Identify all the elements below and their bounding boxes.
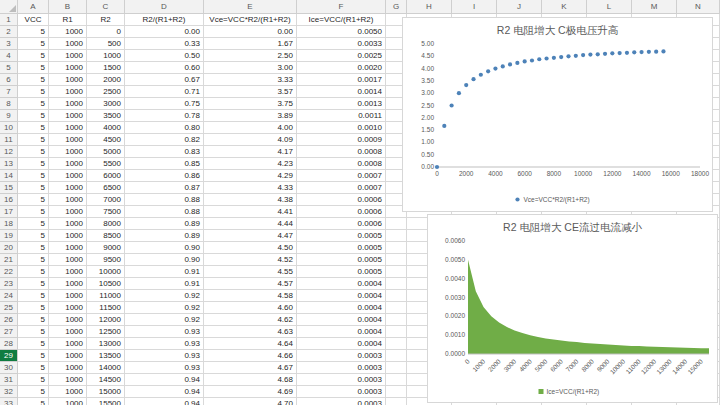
cell-F11[interactable]: 0.0009 [297,134,386,146]
cell-C2[interactable]: 0 [87,26,125,38]
cell-B17[interactable]: 1000 [49,206,87,218]
cell-E7[interactable]: 3.57 [204,86,297,98]
cell-A10[interactable]: 5 [18,122,49,134]
column-header-H[interactable]: H [407,0,452,14]
column-header-K[interactable]: K [542,0,587,14]
chart-vce-scatter[interactable]: R2 电阻增大 C极电压升高0.000.501.001.502.002.503.… [402,17,713,212]
row-header-11[interactable]: 11 [0,134,18,146]
cell-E1[interactable]: Vce=VCC*R2/(R1+R2) [204,14,297,26]
cell-A11[interactable]: 5 [18,134,49,146]
row-header-16[interactable]: 16 [0,194,18,206]
row-header-30[interactable]: 30 [0,362,18,374]
cell-C11[interactable]: 4500 [87,134,125,146]
cell-E20[interactable]: 4.50 [204,242,297,254]
cell-B9[interactable]: 1000 [49,110,87,122]
cell-E8[interactable]: 3.75 [204,98,297,110]
cell-E28[interactable]: 4.64 [204,338,297,350]
cell-B25[interactable]: 1000 [49,302,87,314]
cell-D27[interactable]: 0.93 [125,326,204,338]
row-header-5[interactable]: 5 [0,62,18,74]
column-header-D[interactable]: D [125,0,204,14]
cell-F19[interactable]: 0.0005 [297,230,386,242]
cell-B22[interactable]: 1000 [49,266,87,278]
column-header-B[interactable]: B [49,0,87,14]
cell-B1[interactable]: R1 [49,14,87,26]
cell-C12[interactable]: 5000 [87,146,125,158]
cell-A8[interactable]: 5 [18,98,49,110]
cell-B13[interactable]: 1000 [49,158,87,170]
cell-A9[interactable]: 5 [18,110,49,122]
cell-B12[interactable]: 1000 [49,146,87,158]
cell-E22[interactable]: 4.55 [204,266,297,278]
cell-F30[interactable]: 0.0003 [297,362,386,374]
cell-C9[interactable]: 3500 [87,110,125,122]
cell-G32[interactable] [386,386,407,398]
row-header-20[interactable]: 20 [0,242,18,254]
cell-D1[interactable]: R2/(R1+R2) [125,14,204,26]
cell-C30[interactable]: 14000 [87,362,125,374]
cell-A16[interactable]: 5 [18,194,49,206]
cell-C21[interactable]: 9500 [87,254,125,266]
cell-C10[interactable]: 4000 [87,122,125,134]
column-header-I[interactable]: I [452,0,497,14]
cell-E14[interactable]: 4.29 [204,170,297,182]
cell-C32[interactable]: 15000 [87,386,125,398]
cell-F9[interactable]: 0.0011 [297,110,386,122]
cell-A30[interactable]: 5 [18,362,49,374]
cell-A29[interactable]: 5 [18,350,49,362]
cell-D17[interactable]: 0.88 [125,206,204,218]
cell-D24[interactable]: 0.92 [125,290,204,302]
cell-F18[interactable]: 0.0006 [297,218,386,230]
cell-B23[interactable]: 1000 [49,278,87,290]
cell-E3[interactable]: 1.67 [204,38,297,50]
cell-F12[interactable]: 0.0008 [297,146,386,158]
cell-E25[interactable]: 4.60 [204,302,297,314]
cell-C22[interactable]: 10000 [87,266,125,278]
cell-A27[interactable]: 5 [18,326,49,338]
row-header-7[interactable]: 7 [0,86,18,98]
cell-D16[interactable]: 0.88 [125,194,204,206]
cell-D19[interactable]: 0.89 [125,230,204,242]
cell-B5[interactable]: 1000 [49,62,87,74]
cell-A26[interactable]: 5 [18,314,49,326]
select-all-corner[interactable] [0,0,18,14]
cell-A3[interactable]: 5 [18,38,49,50]
cell-G22[interactable] [386,266,407,278]
cell-E26[interactable]: 4.62 [204,314,297,326]
cell-F29[interactable]: 0.0003 [297,350,386,362]
cell-E10[interactable]: 4.00 [204,122,297,134]
cell-B19[interactable]: 1000 [49,230,87,242]
cell-B27[interactable]: 1000 [49,326,87,338]
cell-F33[interactable]: 0.0003 [297,398,386,405]
cell-B8[interactable]: 1000 [49,98,87,110]
cell-B14[interactable]: 1000 [49,170,87,182]
cell-D14[interactable]: 0.86 [125,170,204,182]
column-header-A[interactable]: A [18,0,49,14]
cell-D3[interactable]: 0.33 [125,38,204,50]
cell-F13[interactable]: 0.0008 [297,158,386,170]
cell-C15[interactable]: 6500 [87,182,125,194]
cell-B6[interactable]: 1000 [49,74,87,86]
cell-G20[interactable] [386,242,407,254]
cell-A14[interactable]: 5 [18,170,49,182]
cell-B32[interactable]: 1000 [49,386,87,398]
cell-G19[interactable] [386,230,407,242]
cell-A23[interactable]: 5 [18,278,49,290]
row-header-26[interactable]: 26 [0,314,18,326]
cell-E13[interactable]: 4.23 [204,158,297,170]
cell-B3[interactable]: 1000 [49,38,87,50]
cell-C18[interactable]: 8000 [87,218,125,230]
cell-E6[interactable]: 3.33 [204,74,297,86]
cell-C16[interactable]: 7000 [87,194,125,206]
row-header-4[interactable]: 4 [0,50,18,62]
cell-E12[interactable]: 4.17 [204,146,297,158]
cell-E18[interactable]: 4.44 [204,218,297,230]
cell-A4[interactable]: 5 [18,50,49,62]
cell-E2[interactable]: 0.00 [204,26,297,38]
cell-D26[interactable]: 0.92 [125,314,204,326]
cell-D20[interactable]: 0.90 [125,242,204,254]
cell-G24[interactable] [386,290,407,302]
cell-C26[interactable]: 12000 [87,314,125,326]
cell-A24[interactable]: 5 [18,290,49,302]
cell-A5[interactable]: 5 [18,62,49,74]
